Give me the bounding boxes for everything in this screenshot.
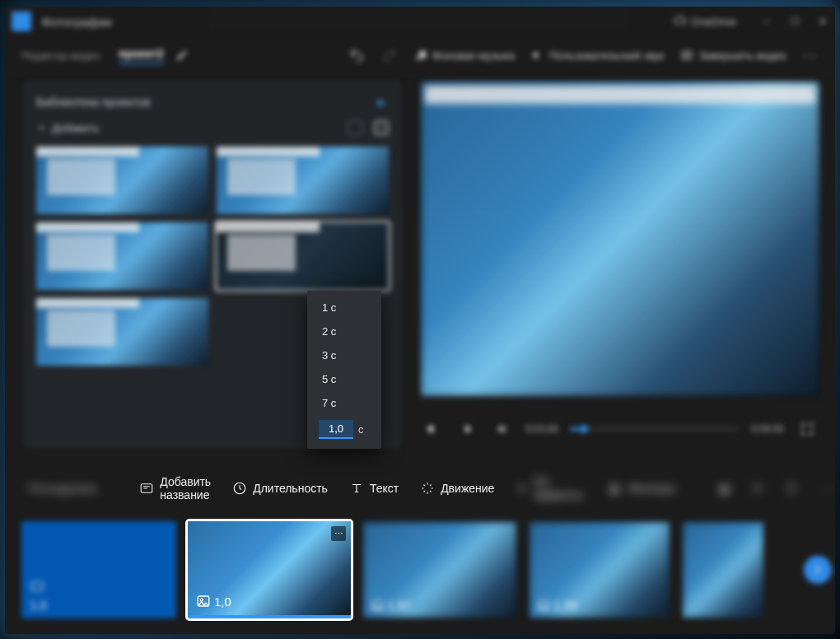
timeline-clip[interactable] — [682, 521, 764, 618]
minimize-button[interactable]: ─ — [761, 16, 772, 27]
collapse-icon[interactable]: ▸ — [374, 92, 389, 112]
3d-effects-button[interactable]: ✦ 3D-эффекты — [516, 475, 586, 501]
clip-menu-icon[interactable]: ⋯ — [331, 526, 346, 541]
library-thumb[interactable] — [36, 147, 208, 214]
breadcrumb[interactable]: Редактор видео — [21, 49, 100, 62]
rotate-icon[interactable]: ⟳ — [752, 479, 763, 497]
clip-duration: 1,39 — [553, 598, 577, 612]
timeline: 1,0 1,0 ⋯ 1,97 1,39 — [5, 506, 835, 634]
more-icon[interactable]: ⋯ — [803, 46, 819, 64]
duration-option[interactable]: 7 с — [307, 391, 381, 415]
titlebar: Фотографии OneDrive ─ ☐ ✕ — [5, 7, 835, 36]
timeline-clip-title[interactable]: 1,0 — [21, 521, 176, 618]
main-area: Библиотека проектов ▸ ＋ Добавить — [5, 74, 835, 456]
title-icon — [30, 579, 44, 594]
timeline-clip-selected[interactable]: 1,0 ⋯ — [188, 521, 351, 618]
library-thumb[interactable] — [217, 147, 389, 214]
custom-audio-button[interactable]: Пользовательский звук — [531, 49, 664, 62]
add-title-button[interactable]: Добавить название — [139, 475, 211, 501]
library-header: Библиотека проектов — [36, 96, 151, 109]
grid-icon[interactable]: ▦ — [718, 479, 730, 497]
progress-slider[interactable] — [570, 427, 740, 431]
sparkle-icon: ✦ — [516, 481, 527, 496]
preview-screen[interactable] — [420, 81, 820, 397]
text-icon — [349, 481, 364, 496]
time-total: 0:09,50 — [751, 423, 784, 435]
duration-option[interactable]: 5 с — [307, 367, 381, 391]
view-toggle — [348, 120, 389, 135]
storyboard-label: Раскадровка — [28, 482, 96, 495]
duration-option[interactable]: 1 с — [307, 296, 381, 320]
background-music-button[interactable]: Фоновая музыка — [414, 49, 515, 62]
svg-point-7 — [200, 599, 203, 601]
duration-dropdown: 1 с 2 с 3 с 5 с 7 с с — [307, 291, 381, 449]
image-icon — [196, 594, 211, 609]
app-window: Фотографии OneDrive ─ ☐ ✕ Редактор видео… — [5, 7, 835, 634]
add-media-button[interactable]: ＋ Добавить — [36, 120, 99, 135]
duration-custom-input[interactable] — [319, 420, 353, 439]
duration-suffix: с — [358, 423, 364, 436]
close-button[interactable]: ✕ — [817, 16, 828, 27]
title-card-icon — [139, 481, 154, 496]
duration-option[interactable]: 2 с — [307, 320, 381, 343]
volume-icon[interactable] — [422, 417, 445, 441]
music-icon — [414, 49, 427, 62]
library-thumb-selected[interactable] — [217, 222, 389, 290]
preview-panel: 0:03,00 0:09,50 — [420, 81, 820, 448]
next-frame-button[interactable] — [491, 417, 514, 441]
list-view-icon[interactable] — [374, 120, 389, 135]
onedrive-link[interactable]: OneDrive — [674, 15, 736, 28]
image-icon — [371, 599, 384, 612]
svg-point-0 — [416, 57, 419, 60]
chevron-right-icon — [810, 562, 825, 577]
library-thumb[interactable] — [36, 222, 208, 290]
more-icon[interactable]: ⋯ — [820, 479, 835, 497]
filter-icon: ◧ — [608, 481, 623, 496]
editor-toolbar: Редактор видео проект2 Фоновая музыка По… — [5, 36, 835, 74]
speaker-icon — [531, 49, 544, 62]
app-logo-icon — [12, 12, 31, 31]
fullscreen-icon[interactable] — [796, 417, 819, 441]
maximize-button[interactable]: ☐ — [789, 16, 800, 27]
time-current: 0:03,00 — [525, 423, 558, 435]
clock-icon — [232, 481, 247, 496]
playback-controls: 0:03,00 0:09,50 — [420, 410, 820, 448]
timeline-clip[interactable]: 1,97 — [362, 521, 517, 618]
pencil-icon[interactable] — [175, 49, 189, 62]
cloud-icon — [674, 15, 687, 28]
motion-icon — [420, 481, 435, 496]
project-name[interactable]: проект2 — [119, 47, 164, 64]
window-controls: ─ ☐ ✕ — [761, 16, 828, 27]
library-thumb[interactable] — [36, 298, 208, 366]
filters-button[interactable]: ◧ Фильтры — [608, 481, 675, 496]
motion-button[interactable]: Движение — [420, 481, 494, 496]
text-button[interactable]: Текст — [349, 481, 399, 496]
finish-video-button[interactable]: Завершить видео — [680, 49, 786, 62]
image-icon — [537, 599, 550, 612]
export-icon — [680, 49, 693, 62]
clip-duration: 1,97 — [387, 598, 411, 612]
duration-button[interactable]: Длительность — [232, 481, 328, 496]
play-button[interactable] — [456, 417, 479, 441]
svg-point-1 — [422, 56, 426, 59]
timeline-clip[interactable]: 1,39 — [529, 521, 670, 618]
trash-icon[interactable] — [784, 479, 799, 497]
redo-icon[interactable] — [381, 47, 398, 63]
plus-icon: ＋ — [36, 120, 47, 135]
clip-duration: 1,0 — [214, 595, 231, 609]
duration-option[interactable]: 3 с — [307, 343, 381, 367]
undo-icon[interactable] — [348, 47, 365, 63]
app-title: Фотографии — [41, 15, 112, 29]
grid-view-icon[interactable] — [348, 120, 362, 135]
add-clip-button[interactable] — [804, 556, 832, 584]
clip-duration: 1,0 — [30, 598, 47, 612]
